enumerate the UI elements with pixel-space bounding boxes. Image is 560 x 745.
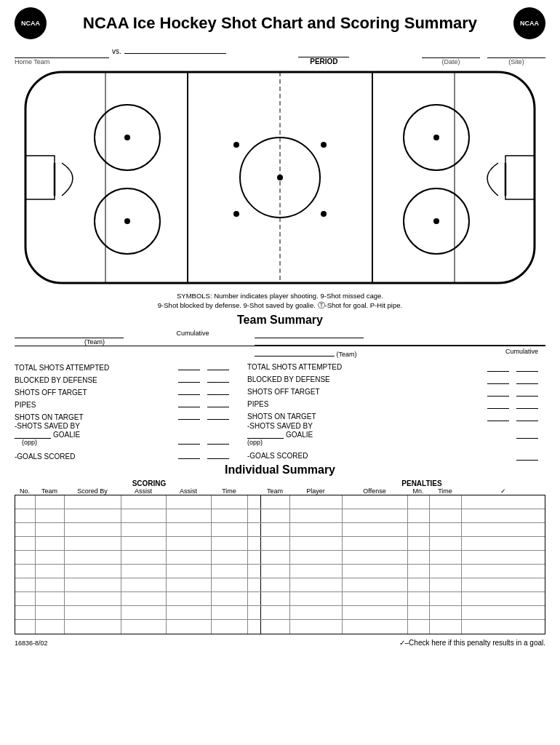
col-offense: Offense	[342, 487, 407, 495]
row-total-shots: TOTAL SHOTS ATTEMPTED TOTAL SHOTS ATTEMP…	[15, 360, 545, 372]
page-header: NCAA NCAA Ice Hockey Shot Chart and Scor…	[15, 7, 545, 39]
table-row	[15, 537, 545, 551]
period-label: PERIOD	[310, 57, 337, 65]
row-shots-on-target: SHOTS ON TARGET SHOTS ON TARGET	[15, 410, 545, 421]
col-mn: Mn.	[407, 487, 429, 495]
svg-point-12	[433, 135, 439, 140]
label-offtarget-right: SHOTS OFF TARGET	[247, 388, 320, 396]
team-label-right: (Team)	[255, 348, 357, 358]
table-row	[15, 551, 545, 565]
col-time-p: Time	[429, 487, 461, 495]
label-ontarget-right: SHOTS ON TARGET	[247, 413, 316, 421]
label-pipes-left: PIPES	[15, 401, 175, 409]
col-no: No.	[15, 487, 35, 495]
table-row	[15, 578, 545, 592]
opp-label-left: (opp)	[15, 439, 175, 446]
label-blocked-left: BLOCKED BY DEFENSE	[15, 376, 175, 384]
svg-point-6	[277, 175, 283, 180]
form-fields: Home Team vs. PERIOD (Date) (Site)	[15, 44, 545, 65]
form-number: 16836-8/02	[15, 640, 48, 647]
table-row	[15, 592, 545, 606]
cumulative-label-right: Cumulative	[505, 348, 538, 358]
individual-grid	[15, 495, 545, 634]
symbols-description: SYMBOLS: Number indicates player shootin…	[15, 291, 545, 311]
ncaa-logo-left: NCAA	[15, 7, 47, 39]
row-shots-saved: -SHOTS SAVED BY GOALIE (opp) -SHOTS SAVE…	[15, 422, 545, 446]
label-blocked-right: BLOCKED BY DEFENSE	[247, 375, 330, 383]
period-block: PERIOD	[226, 47, 422, 65]
team-summary-section: (Team) Cumulative (Team) Cumulative	[15, 330, 545, 461]
individual-summary-title: Individual Summary	[15, 463, 545, 477]
home-vs-block: Home Team vs.	[15, 44, 226, 65]
col-assist2: Assist	[166, 487, 211, 495]
label-total-shots-left: TOTAL SHOTS ATTEMPTED	[15, 364, 175, 372]
svg-point-14	[433, 218, 439, 224]
team-label-left: (Team)	[15, 338, 175, 346]
col-scored-by: Scored By	[64, 487, 121, 495]
label-total-shots-right: TOTAL SHOTS ATTEMPTED	[247, 363, 342, 371]
opp-label-right: (opp)	[247, 439, 538, 446]
site-field: (Site)	[487, 48, 545, 65]
label-goals-left: -GOALS SCORED	[15, 453, 175, 461]
label-goalie-left: GOALIE	[53, 431, 80, 439]
label-pipes-right: PIPES	[247, 400, 268, 408]
vs-text: vs.	[112, 47, 121, 55]
row-shots-off-target: SHOTS OFF TARGET SHOTS OFF TARGET	[15, 385, 545, 397]
col-team-p: Team	[260, 487, 289, 495]
date-field: (Date)	[422, 48, 480, 65]
home-team-field: Home Team	[15, 48, 109, 65]
svg-point-16	[233, 211, 239, 217]
table-row	[15, 523, 545, 537]
rink-svg	[18, 68, 542, 287]
label-goals-right: -GOALS SCORED	[247, 452, 308, 460]
ncaa-logo-right: NCAA	[513, 7, 545, 39]
svg-point-15	[233, 142, 239, 148]
check-note: ✓–Check here if this penalty results in …	[399, 639, 545, 647]
table-row	[15, 495, 545, 509]
svg-point-8	[124, 135, 130, 140]
col-player: Player	[289, 487, 342, 495]
svg-point-10	[124, 218, 130, 224]
label-saved-left: -SHOTS SAVED BY	[15, 422, 175, 430]
scoring-label: SCORING	[15, 479, 284, 487]
label-saved-right: -SHOTS SAVED BY	[247, 422, 538, 430]
col-team-s: Team	[35, 487, 64, 495]
team-summary-title: Team Summary	[15, 314, 545, 327]
page-title: NCAA Ice Hockey Shot Chart and Scoring S…	[47, 14, 513, 33]
svg-point-17	[321, 142, 327, 148]
col-check: ✓	[461, 487, 545, 495]
row-goals-scored: -GOALS SCORED -GOALS SCORED	[15, 449, 545, 461]
individual-summary-section: SCORING PENALTIES No. Team Scored By Ass…	[15, 479, 545, 634]
col-time-s: Time	[211, 487, 247, 495]
label-ontarget-left: SHOTS ON TARGET	[15, 413, 175, 421]
row-pipes: PIPES PIPES	[15, 397, 545, 409]
table-row	[15, 509, 545, 523]
table-row	[15, 565, 545, 578]
table-row	[15, 606, 545, 620]
penalties-label: PENALTIES	[298, 479, 545, 487]
cumulative-label-left: Cumulative	[175, 330, 211, 346]
date-site-block: (Date) (Site)	[422, 48, 545, 65]
rink-diagram	[15, 68, 545, 287]
label-goalie-right: GOALIE	[286, 431, 313, 439]
row-blocked: BLOCKED BY DEFENSE BLOCKED BY DEFENSE	[15, 372, 545, 384]
label-offtarget-left: SHOTS OFF TARGET	[15, 389, 175, 397]
table-row	[15, 620, 545, 634]
svg-point-18	[321, 211, 327, 217]
col-assist1: Assist	[121, 487, 166, 495]
